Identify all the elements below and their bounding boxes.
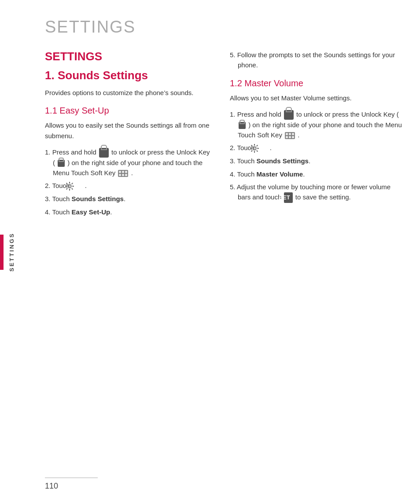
content-columns: SETTINGS 1. Sounds Settings Provides opt…: [45, 50, 402, 223]
footer-divider: [45, 478, 98, 478]
right-step-2: 2. Touch .: [230, 143, 402, 153]
right-step-3: 3. Touch Sounds Settings.: [230, 156, 402, 166]
dots-icon: [118, 170, 128, 177]
left-column: SETTINGS 1. Sounds Settings Provides opt…: [45, 50, 212, 223]
right-step-1: 1. Press and hold to unlock or press the…: [230, 109, 402, 140]
step-bold-text: Master Volume: [257, 170, 303, 178]
right-step5-list: 5. Follow the prompts to set the Sounds …: [230, 50, 402, 70]
dots-icon: [285, 132, 295, 139]
right-step-5: 5. Adjust the volume by touching more or…: [230, 182, 402, 203]
right-step-4: 4. Touch Master Volume.: [230, 169, 402, 179]
step-number: 3.: [45, 195, 51, 202]
sidebar: SETTINGS: [0, 0, 23, 504]
subsection2-title: 1.2 Master Volume: [230, 78, 402, 88]
step-number: 3.: [230, 157, 236, 165]
step-number: 4.: [45, 208, 51, 216]
left-step-2: 2. Touch .: [45, 180, 212, 191]
lock-icon: [284, 110, 294, 120]
step-number: 1.: [230, 110, 236, 118]
lock-icon: [99, 148, 109, 158]
step-number: 2.: [230, 144, 236, 151]
section1-title: 1. Sounds Settings: [45, 69, 212, 82]
step5-text: Follow the prompts to set the Sounds set…: [237, 51, 395, 69]
svg-rect-3: [251, 145, 258, 151]
step-number: 2.: [45, 182, 51, 189]
gear-icon: [73, 181, 82, 191]
section1-body: Provides options to customize the phone’…: [45, 88, 212, 98]
gear-icon: [258, 143, 267, 153]
subsection1-body: Allows you to easily set the Sounds sett…: [45, 120, 212, 141]
step-bold-text: Easy Set-Up: [72, 208, 111, 216]
main-content: SETTINGS SETTINGS 1. Sounds Settings Pro…: [23, 0, 420, 241]
main-section-title: SETTINGS: [45, 50, 212, 63]
step-bold-text: Sounds Settings: [257, 157, 309, 165]
left-steps-list: 1. Press and hold to unlock or press the…: [45, 147, 212, 217]
sidebar-accent-bar: [0, 235, 4, 270]
left-step-1: 1. Press and hold to unlock or press the…: [45, 147, 212, 178]
right-step-5-top: 5. Follow the prompts to set the Sounds …: [230, 50, 402, 70]
step-number: 1.: [45, 148, 51, 156]
right-column: 5. Follow the prompts to set the Sounds …: [230, 50, 402, 223]
footer: 110: [23, 478, 420, 491]
subsection2-body: Allows you to set Master Volume settings…: [230, 93, 402, 103]
sidebar-label: SETTINGS: [8, 232, 15, 272]
step-bold-text: Sounds Settings: [72, 195, 124, 202]
set-button-icon: SET: [284, 192, 292, 203]
page-title: SETTINGS: [45, 18, 402, 37]
page-number: 110: [45, 482, 420, 491]
right-steps-list: 1. Press and hold to unlock or press the…: [230, 109, 402, 203]
step-number: 4.: [230, 170, 236, 178]
step-number: 5.: [230, 51, 236, 59]
step-number: 5.: [230, 183, 236, 191]
lock-small-icon: [239, 122, 246, 129]
svg-rect-1: [66, 183, 73, 189]
left-step-4: 4. Touch Easy Set-Up.: [45, 207, 212, 217]
lock-small-icon: [58, 160, 65, 167]
left-step-3: 3. Touch Sounds Settings.: [45, 194, 212, 204]
subsection1-title: 1.1 Easy Set-Up: [45, 106, 212, 116]
